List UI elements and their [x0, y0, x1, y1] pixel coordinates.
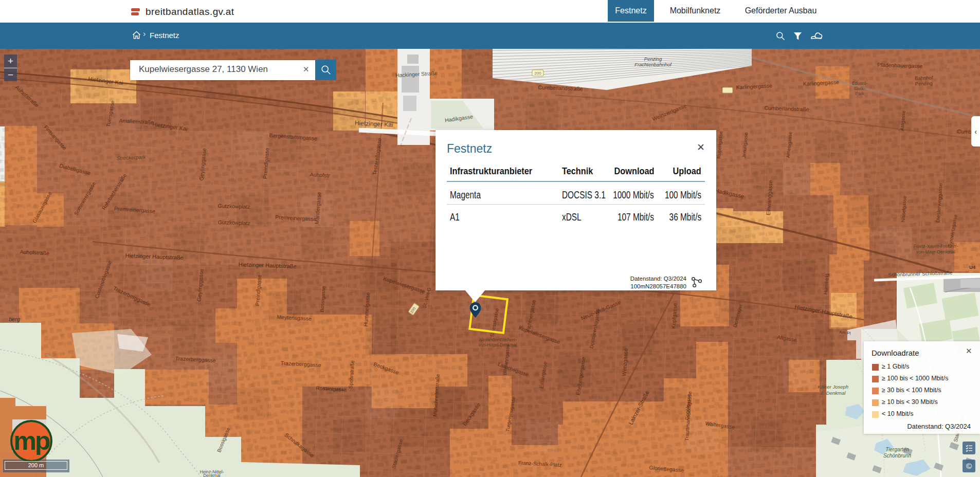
svg-text:Auhofstr: Auhofstr	[310, 171, 330, 178]
svg-text:von-Mayr-Denkmal: von-Mayr-Denkmal	[916, 249, 955, 254]
svg-text:Franz-Xaver-Freiherr-: Franz-Xaver-Freiherr-	[913, 244, 958, 249]
svg-text:Denkmal: Denkmal	[203, 473, 221, 477]
svg-text:berg: berg	[9, 316, 21, 322]
svg-text:Tiergarten: Tiergarten	[885, 447, 909, 452]
svg-text:II.-Denkmal: II.-Denkmal	[821, 390, 846, 396]
svg-text:Park: Park	[855, 91, 864, 96]
svg-text:Gutzkowplatz: Gutzkowplatz	[217, 203, 250, 210]
svg-text:Gutzkowplatz: Gutzkowplatz	[217, 219, 250, 226]
svg-text:200: 200	[534, 71, 541, 76]
svg-text:Alexander-Freiherr-: Alexander-Freiherr-	[479, 337, 517, 342]
svg-text:U4: U4	[969, 264, 976, 270]
svg-text:Kaiser Joseph: Kaiser Joseph	[818, 384, 848, 390]
svg-text:Penzing: Penzing	[915, 80, 933, 86]
svg-text:Frachtenbahnhof: Frachtenbahnhof	[634, 62, 672, 67]
svg-text:Penzing: Penzing	[644, 56, 662, 62]
svg-text:von-Hügel-Denkmal: von-Hügel-Denkmal	[478, 342, 517, 347]
svg-text:Eduard-: Eduard-	[852, 81, 867, 86]
svg-text:Gurk-: Gurk-	[854, 86, 865, 91]
svg-text:Schönbrunn: Schönbrunn	[883, 453, 911, 458]
